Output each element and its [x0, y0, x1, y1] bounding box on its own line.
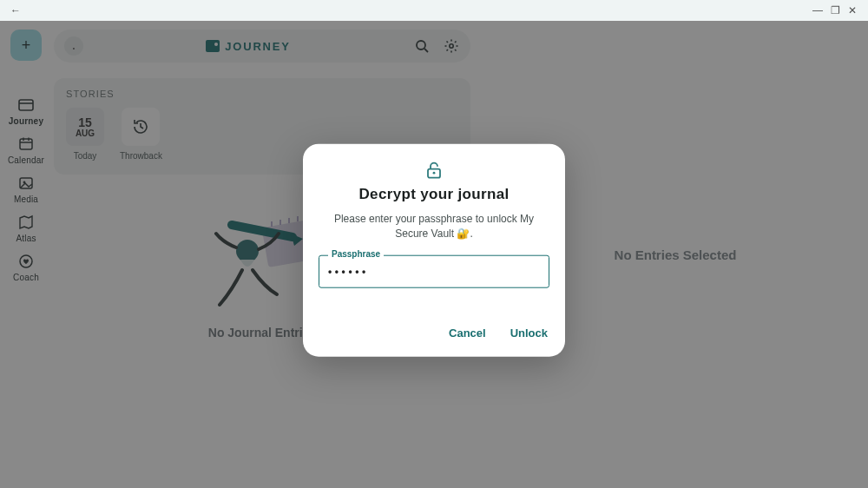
back-button[interactable]: ←: [7, 4, 24, 16]
decrypt-dialog: Decrypt your journal Please enter your p…: [303, 144, 565, 357]
window-maximize[interactable]: ❐: [826, 4, 844, 16]
dialog-body: Please enter your passphrase to unlock M…: [319, 212, 549, 241]
dialog-title: Decrypt your journal: [319, 186, 549, 203]
window-close[interactable]: ✕: [844, 4, 861, 16]
passphrase-value: ••••••: [328, 265, 369, 277]
titlebar: ← — ❐ ✕: [0, 0, 868, 22]
passphrase-label: Passphrase: [328, 248, 384, 258]
cancel-button[interactable]: Cancel: [447, 322, 488, 342]
svg-point-29: [433, 172, 436, 175]
lock-icon: [319, 162, 549, 181]
passphrase-input[interactable]: Passphrase ••••••: [319, 254, 549, 287]
window-minimize[interactable]: —: [809, 4, 826, 16]
unlock-button[interactable]: Unlock: [509, 322, 549, 342]
